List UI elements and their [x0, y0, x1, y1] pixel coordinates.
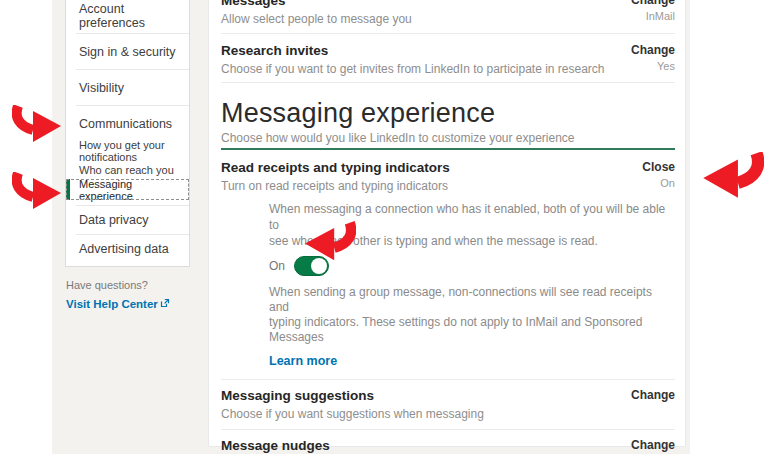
sidebar-item-label: Advertising data	[79, 242, 169, 256]
change-button[interactable]: Change	[631, 44, 675, 56]
row-read-receipts: Read receipts and typing indicators Turn…	[221, 150, 675, 379]
visit-help-center-link[interactable]: Visit Help Center	[66, 298, 196, 310]
sidebar-item-visibility[interactable]: Visibility	[66, 70, 189, 105]
row-divider	[221, 82, 675, 83]
sidebar-footer: Have questions? Visit Help Center	[66, 279, 196, 310]
annotation-arrow-read-receipts-icon	[702, 152, 764, 199]
row-description: Turn on read receipts and typing indicat…	[221, 180, 675, 192]
learn-more-link[interactable]: Learn more	[269, 354, 337, 368]
sidebar-item-messaging-experience[interactable]: Messaging experience	[66, 179, 189, 200]
sidebar-item-communications[interactable]: Communications	[66, 106, 189, 141]
have-questions-text: Have questions?	[66, 279, 196, 291]
sidebar-item-label: How you get your notifications	[79, 139, 189, 163]
sidebar-item-label: Data privacy	[79, 213, 148, 227]
row-title: Message nudges	[221, 439, 675, 453]
sidebar-item-label: Sign in & security	[79, 45, 176, 59]
section-header: Messaging experience Choose how would yo…	[221, 97, 675, 144]
sidebar-item-label: Messaging experience	[79, 178, 189, 202]
sidebar-item-account-preferences[interactable]: Account preferences	[66, 0, 189, 33]
sidebar-item-notifications[interactable]: How you get your notifications	[66, 141, 189, 160]
row-messaging-suggestions: Messaging suggestions Choose if you want…	[221, 380, 675, 429]
sidebar-item-who-can-reach-you[interactable]: Who can reach you	[66, 160, 189, 179]
annotation-arrow-toggle-icon	[304, 221, 356, 262]
read-receipts-paragraph-2: When sending a group message, non-connec…	[221, 285, 675, 345]
change-button[interactable]: Change	[631, 0, 675, 6]
toggle-state-label: On	[269, 259, 285, 273]
row-message-nudges: Message nudges Choose if you want to rec…	[221, 430, 675, 454]
toggle-row: On	[221, 256, 675, 276]
sidebar-item-data-privacy[interactable]: Data privacy	[66, 206, 189, 234]
row-messages: Messages Allow select people to message …	[221, 0, 675, 33]
linkedin-settings-page: Account preferences Sign in & security V…	[0, 0, 768, 454]
annotation-arrow-messaging-experience-icon	[12, 172, 62, 210]
change-button[interactable]: Change	[631, 439, 675, 451]
sidebar-item-advertising-data[interactable]: Advertising data	[66, 235, 189, 263]
external-link-icon	[160, 298, 170, 310]
row-description: Choose if you want suggestions when mess…	[221, 408, 675, 420]
sidebar-item-sign-in-security[interactable]: Sign in & security	[66, 34, 189, 69]
setting-value: On	[642, 178, 675, 189]
read-receipts-paragraph-1: When messaging a connection who has it e…	[221, 201, 675, 249]
page-title: Messaging experience	[221, 97, 675, 129]
sidebar-item-label: Communications	[79, 117, 172, 131]
settings-sidebar: Account preferences Sign in & security V…	[65, 0, 190, 267]
change-button[interactable]: Change	[631, 389, 675, 401]
row-title: Messaging suggestions	[221, 389, 675, 403]
sidebar-item-label: Account preferences	[79, 2, 189, 30]
sidebar-item-label: Visibility	[79, 81, 124, 95]
row-research-invites: Research invites Choose if you want to g…	[221, 34, 675, 82]
page-subtitle: Choose how would you like LinkedIn to cu…	[221, 132, 675, 144]
setting-value: Yes	[631, 61, 675, 72]
visit-help-center-label: Visit Help Center	[66, 298, 158, 310]
row-title: Read receipts and typing indicators	[221, 161, 675, 175]
row-title: Research invites	[221, 44, 675, 58]
row-description: Allow select people to message you	[221, 13, 675, 25]
row-description: Choose if you want to get invites from L…	[221, 63, 675, 75]
setting-value: InMail	[631, 11, 675, 22]
row-title: Messages	[221, 0, 675, 8]
annotation-arrow-communications-icon	[12, 105, 62, 143]
close-button[interactable]: Close	[642, 161, 675, 173]
sidebar-item-label: Who can reach you	[79, 164, 174, 176]
settings-main-panel: Messages Allow select people to message …	[208, 0, 686, 447]
